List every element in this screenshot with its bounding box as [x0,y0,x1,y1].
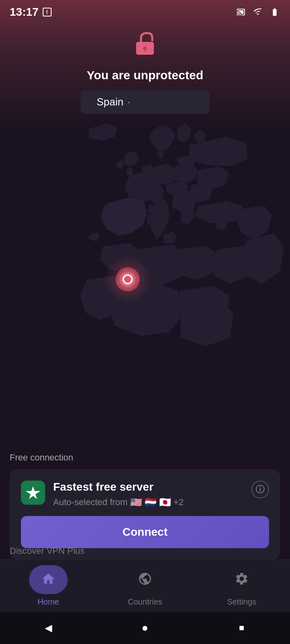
android-recents-button[interactable]: ■ [234,620,250,636]
unprotected-status: You are unprotected [87,68,203,82]
server-info-left: Fastest free server Auto-selected from 🇺… [21,481,184,508]
bottom-nav: Home Countries Settings [0,559,290,612]
header: You are unprotected Spain · [0,28,290,114]
nav-label-countries: Countries [128,597,162,607]
flag-us: 🇺🇸 [130,497,142,508]
globe-icon-wrap [126,565,164,594]
wifi-icon [252,8,263,17]
battery-icon [269,8,280,17]
server-icon [21,481,45,505]
status-left: 13:17 ! [10,6,52,19]
nav-label-settings: Settings [227,597,256,607]
svg-rect-2 [144,48,146,52]
nav-item-home[interactable]: Home [29,565,68,607]
settings-icon-wrap [222,565,261,594]
location-name: Spain [97,96,124,108]
home-icon [41,572,56,586]
cast-icon [235,8,246,17]
globe-icon [138,572,152,586]
status-bar: 13:17 ! [0,0,290,24]
location-ping [104,255,152,303]
square-icon: ■ [239,623,244,633]
circle-icon: ● [142,621,149,634]
settings-icon [234,572,249,586]
android-back-button[interactable]: ◀ [40,620,56,636]
discover-label: Discover VPN Plus [10,546,85,556]
location-badge[interactable]: Spain · [81,90,209,114]
server-details: Fastest free server Auto-selected from 🇺… [53,481,184,508]
time-display: 13:17 [10,6,39,19]
nav-item-countries[interactable]: Countries [126,565,164,607]
bottom-panel: Free connection Fastest free server Auto… [0,452,290,559]
back-icon: ◀ [45,622,52,634]
home-icon-wrap [29,565,68,594]
subtitle-prefix: Auto-selected from [53,497,128,508]
free-connection-label: Free connection [10,452,280,463]
map-container [0,72,290,503]
nav-label-home: Home [37,597,59,607]
alert-icon: ! [43,8,52,17]
svg-marker-3 [26,486,40,499]
location-separator: · [128,96,130,108]
flag-jp: 🇯🇵 [159,497,171,508]
lock-icon-container [129,28,161,60]
lock-open-icon [132,31,158,58]
extra-count: +2 [174,497,184,508]
status-right [235,8,280,17]
android-home-button[interactable]: ● [137,620,153,636]
flag-nl: 🇳🇱 [145,497,157,508]
server-name: Fastest free server [53,481,184,493]
server-info-row: Fastest free server Auto-selected from 🇺… [21,481,269,508]
android-nav-bar: ◀ ● ■ [0,612,290,644]
connect-button[interactable]: Connect [21,516,269,548]
info-button[interactable]: ⓘ [251,481,269,498]
nav-item-settings[interactable]: Settings [222,565,261,607]
server-subtitle: Auto-selected from 🇺🇸 🇳🇱 🇯🇵 +2 [53,497,184,508]
info-icon: ⓘ [256,483,265,495]
